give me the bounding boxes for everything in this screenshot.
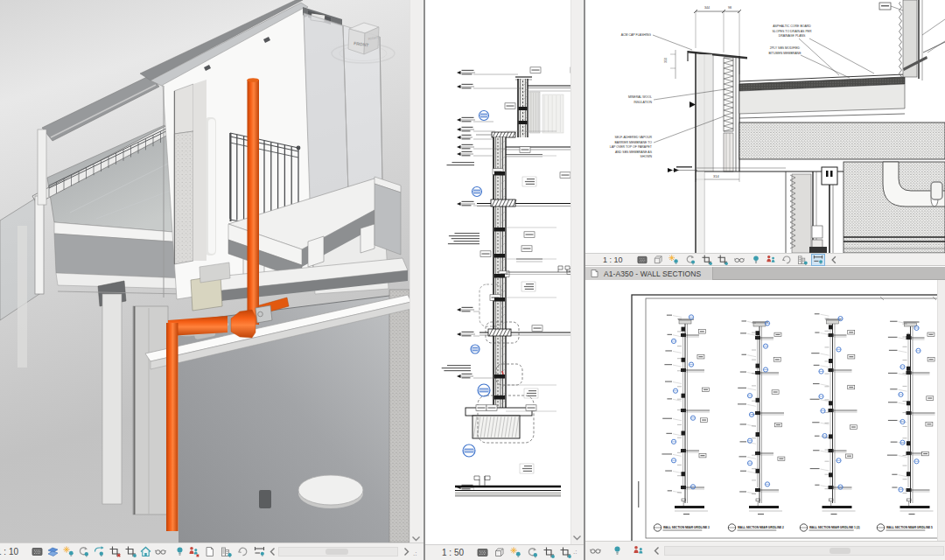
svg-text:350: 350 bbox=[664, 58, 668, 63]
svg-text:314: 314 bbox=[713, 174, 719, 178]
svg-text:SHOWN: SHOWN bbox=[640, 155, 653, 158]
svg-text:ASPHALTIC CORE BOARD: ASPHALTIC CORE BOARD bbox=[773, 24, 811, 28]
svg-text:WALL SECTION NEAR GRIDLINE 3: WALL SECTION NEAR GRIDLINE 3 bbox=[663, 526, 710, 529]
svg-text:WALL SECTION NEAR GRIDLINE 5: WALL SECTION NEAR GRIDLINE 5 bbox=[886, 526, 933, 529]
svg-text:2PLY SBS MODIFIED: 2PLY SBS MODIFIED bbox=[770, 46, 801, 50]
svg-text:ACM CAP FLASHING: ACM CAP FLASHING bbox=[621, 33, 652, 37]
svg-text:SELF-ADHERED VAPOUR: SELF-ADHERED VAPOUR bbox=[614, 136, 652, 139]
svg-text:344: 344 bbox=[704, 6, 710, 10]
svg-text:AND SBS MEMBRANE AS: AND SBS MEMBRANE AS bbox=[615, 150, 653, 154]
svg-text:BARRIER MEMBRANE TO: BARRIER MEMBRANE TO bbox=[615, 141, 653, 144]
svg-text:DRAINAGE PLANS: DRAINAGE PLANS bbox=[779, 34, 806, 38]
svg-text:MINERAL WOOL: MINERAL WOOL bbox=[628, 95, 652, 99]
svg-text:SLOPES TO DRAIN AS PER: SLOPES TO DRAIN AS PER bbox=[772, 30, 812, 33]
svg-text:WALL SECTION NEAR GRIDLINE 2: WALL SECTION NEAR GRIDLINE 2 bbox=[738, 526, 784, 529]
svg-text:WALL SECTION NEAR GRIDLINE 1 (: WALL SECTION NEAR GRIDLINE 1 (2) bbox=[809, 526, 860, 529]
svg-text:LAP OVER TOP OF PARAPET: LAP OVER TOP OF PARAPET bbox=[610, 145, 653, 149]
svg-text:98: 98 bbox=[728, 6, 732, 10]
svg-text:INSULATION: INSULATION bbox=[634, 101, 652, 104]
svg-text:BITUMEN MEMBRANE: BITUMEN MEMBRANE bbox=[769, 52, 802, 55]
